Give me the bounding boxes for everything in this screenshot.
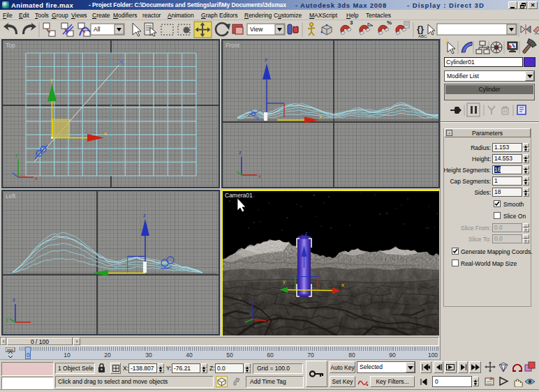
svg-text:x: x <box>258 173 261 179</box>
svg-text:z: z <box>13 296 15 303</box>
svg-text:y: y <box>283 278 286 285</box>
svg-text:x: x <box>104 130 107 137</box>
svg-text:View: View <box>250 26 263 33</box>
svg-text:z: z <box>265 56 267 63</box>
svg-text:%: % <box>387 20 392 26</box>
svg-text:x: x <box>35 175 38 181</box>
svg-text:y: y <box>50 77 53 83</box>
svg-text:x: x <box>319 114 322 120</box>
svg-text:3: 3 <box>350 20 353 26</box>
svg-text:z: z <box>305 231 308 236</box>
svg-text:y: y <box>15 151 18 158</box>
svg-text:z: z <box>239 149 242 156</box>
svg-text:{}: {} <box>417 24 424 34</box>
svg-text:y: y <box>6 316 8 322</box>
svg-text:z: z <box>249 299 252 304</box>
svg-text:x: x <box>267 319 270 324</box>
svg-text:x: x <box>341 282 344 288</box>
svg-text:All: All <box>94 26 101 33</box>
svg-text:Camera01: Camera01 <box>225 192 253 199</box>
svg-text:z: z <box>143 212 146 218</box>
